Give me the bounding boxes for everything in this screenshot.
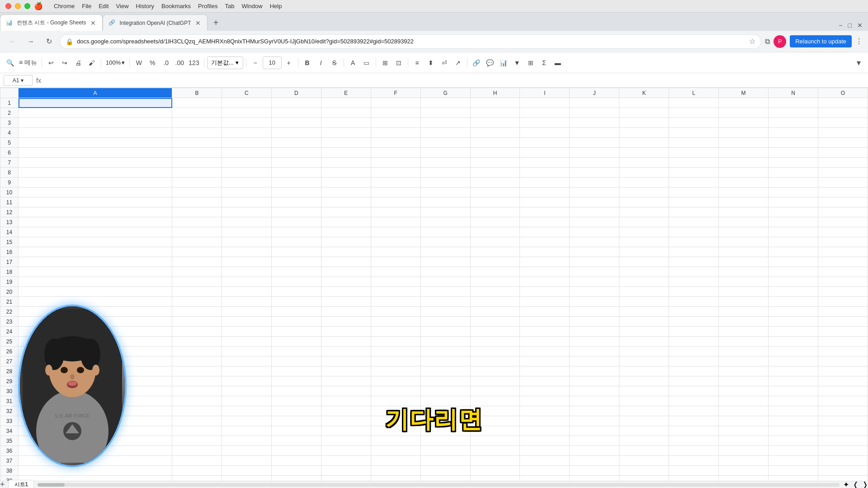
cell-G30[interactable] xyxy=(420,386,470,396)
cell-G21[interactable] xyxy=(420,297,470,307)
cell-D25[interactable] xyxy=(271,337,321,347)
cell-O20[interactable] xyxy=(818,287,868,297)
toolbar-more-button[interactable]: ▾ xyxy=(853,58,864,68)
minimize-icon[interactable]: − xyxy=(837,20,844,31)
menu-history[interactable]: History xyxy=(136,3,154,9)
cell-D27[interactable] xyxy=(271,357,321,366)
cell-M23[interactable] xyxy=(719,317,769,327)
cell-K23[interactable] xyxy=(619,317,669,327)
cell-E12[interactable] xyxy=(321,207,371,217)
cell-J32[interactable] xyxy=(570,406,619,416)
cell-O23[interactable] xyxy=(818,317,868,327)
cell-D20[interactable] xyxy=(271,287,321,297)
row-header-3[interactable]: 3 xyxy=(0,118,19,128)
cell-H5[interactable] xyxy=(470,138,520,148)
cell-O4[interactable] xyxy=(818,128,868,138)
col-header-a[interactable]: A xyxy=(19,88,172,98)
cell-F21[interactable] xyxy=(371,297,420,307)
cell-K16[interactable] xyxy=(619,247,669,257)
cell-D14[interactable] xyxy=(271,227,321,237)
cell-B19[interactable] xyxy=(172,277,222,287)
cell-E4[interactable] xyxy=(321,128,371,138)
cell-D32[interactable] xyxy=(271,406,321,416)
restore-icon[interactable]: □ xyxy=(846,20,854,31)
col-header-i[interactable]: I xyxy=(520,88,570,98)
cell-C4[interactable] xyxy=(222,128,271,138)
cell-B11[interactable] xyxy=(172,197,222,207)
row-header-10[interactable]: 10 xyxy=(0,188,19,197)
cell-C22[interactable] xyxy=(222,307,271,317)
col-header-d[interactable]: D xyxy=(271,88,321,98)
cell-G28[interactable] xyxy=(420,366,470,376)
cell-F6[interactable] xyxy=(371,148,420,158)
cell-L17[interactable] xyxy=(669,257,719,267)
cell-C29[interactable] xyxy=(222,376,271,386)
cell-E28[interactable] xyxy=(321,366,371,376)
cell-F37[interactable] xyxy=(371,456,420,466)
cell-E14[interactable] xyxy=(321,227,371,237)
cell-E7[interactable] xyxy=(321,158,371,168)
cell-B28[interactable] xyxy=(172,366,222,376)
cell-O12[interactable] xyxy=(818,207,868,217)
cell-E34[interactable] xyxy=(321,426,371,436)
cell-M8[interactable] xyxy=(719,168,769,178)
cell-L2[interactable] xyxy=(669,108,719,118)
cell-A15[interactable] xyxy=(19,237,172,247)
cell-O29[interactable] xyxy=(818,376,868,386)
borders-button[interactable]: ⊞ xyxy=(379,56,392,70)
cell-G35[interactable] xyxy=(420,436,470,446)
format-select-dropdown[interactable]: 기본값... ▾ xyxy=(207,56,243,69)
cell-D23[interactable] xyxy=(271,317,321,327)
cell-G38[interactable] xyxy=(420,466,470,476)
cell-M3[interactable] xyxy=(719,118,769,128)
cell-G18[interactable] xyxy=(420,267,470,277)
cell-O13[interactable] xyxy=(818,217,868,227)
cell-I35[interactable] xyxy=(520,436,570,446)
cell-B31[interactable] xyxy=(172,396,222,406)
cell-N29[interactable] xyxy=(769,376,818,386)
menu-edit[interactable]: Edit xyxy=(99,3,108,9)
cell-D21[interactable] xyxy=(271,297,321,307)
cell-D3[interactable] xyxy=(271,118,321,128)
cell-A6[interactable] xyxy=(19,148,172,158)
col-header-e[interactable]: E xyxy=(321,88,371,98)
cell-A21[interactable] xyxy=(19,297,172,307)
cell-reference-box[interactable]: A1 ▾ xyxy=(4,75,33,86)
cell-H9[interactable] xyxy=(470,178,520,188)
cell-L23[interactable] xyxy=(669,317,719,327)
cell-E8[interactable] xyxy=(321,168,371,178)
cell-E3[interactable] xyxy=(321,118,371,128)
cell-H13[interactable] xyxy=(470,217,520,227)
cell-G8[interactable] xyxy=(420,168,470,178)
cell-I33[interactable] xyxy=(520,416,570,426)
cell-N36[interactable] xyxy=(769,446,818,456)
cell-H38[interactable] xyxy=(470,466,520,476)
cell-O1[interactable] xyxy=(818,98,868,108)
cell-E31[interactable] xyxy=(321,396,371,406)
format-percent-button[interactable]: % xyxy=(146,56,159,70)
cell-D30[interactable] xyxy=(271,386,321,396)
cell-I18[interactable] xyxy=(520,267,570,277)
cell-A20[interactable] xyxy=(19,287,172,297)
cell-N38[interactable] xyxy=(769,466,818,476)
cell-F25[interactable] xyxy=(371,337,420,347)
cell-A8[interactable] xyxy=(19,168,172,178)
cell-K27[interactable] xyxy=(619,357,669,366)
cell-I36[interactable] xyxy=(520,446,570,456)
cell-G15[interactable] xyxy=(420,237,470,247)
cell-N5[interactable] xyxy=(769,138,818,148)
cell-A38[interactable] xyxy=(19,466,172,476)
cell-C8[interactable] xyxy=(222,168,271,178)
cell-M21[interactable] xyxy=(719,297,769,307)
cell-K30[interactable] xyxy=(619,386,669,396)
cell-N23[interactable] xyxy=(769,317,818,327)
cell-F24[interactable] xyxy=(371,327,420,337)
menu-file[interactable]: File xyxy=(82,3,91,9)
cell-M37[interactable] xyxy=(719,456,769,466)
cell-H20[interactable] xyxy=(470,287,520,297)
row-header-32[interactable]: 32 xyxy=(0,406,19,416)
cell-I9[interactable] xyxy=(520,178,570,188)
cell-L18[interactable] xyxy=(669,267,719,277)
cell-B18[interactable] xyxy=(172,267,222,277)
cell-O15[interactable] xyxy=(818,237,868,247)
